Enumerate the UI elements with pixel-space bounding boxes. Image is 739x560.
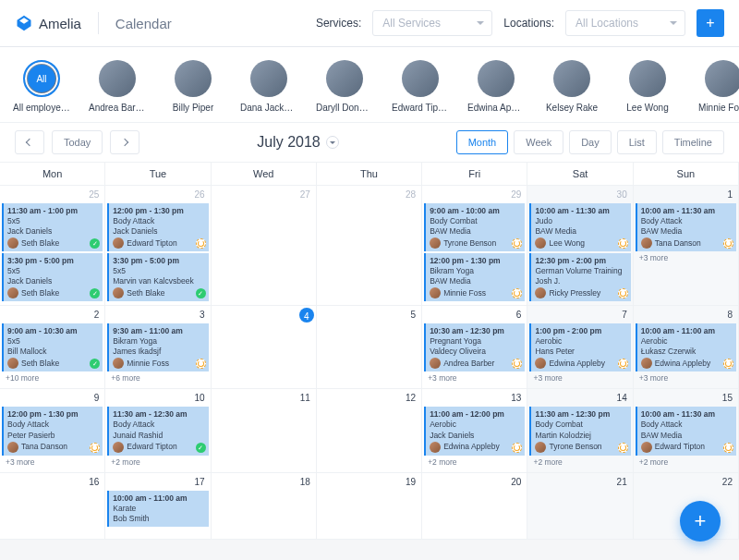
calendar-event[interactable]: 12:30 pm - 2:00 pmGerman Volume Training… — [529, 253, 630, 301]
calendar-cell[interactable]: 11 — [212, 389, 317, 472]
fab-add-button[interactable]: + — [680, 501, 721, 540]
employee-name: Minnie Foss — [698, 103, 739, 113]
calendar-event[interactable]: 10:00 am - 11:00 amKarateBob Smith — [107, 491, 208, 527]
view-day[interactable]: Day — [569, 130, 612, 154]
day-number: 5 — [319, 308, 419, 322]
calendar-cell[interactable]: 21 — [527, 473, 633, 540]
more-events-link[interactable]: +3 more — [636, 371, 736, 384]
calendar-cell[interactable]: 2612:00 pm - 1:30 pmBody AttackJack Dani… — [105, 186, 211, 306]
calendar-cell[interactable]: 16 — [0, 473, 105, 540]
more-events-link[interactable]: +2 more — [636, 456, 736, 469]
employee-filter-6[interactable]: Edwina Appl... — [469, 60, 523, 113]
add-button[interactable]: + — [697, 9, 724, 37]
calendar-cell[interactable]: 19 — [317, 473, 422, 540]
calendar-event[interactable]: 1:00 pm - 2:00 pmAerobicHans PeterEdwina… — [529, 323, 630, 371]
calendar-cell[interactable]: 912:00 pm - 1:30 pmBody AttackPeter Pasi… — [0, 389, 105, 472]
calendar-cell[interactable]: 20 — [422, 473, 527, 540]
day-number: 9 — [2, 391, 103, 405]
brand-name: Amelia — [39, 16, 81, 31]
calendar-cell[interactable]: 18 — [212, 473, 317, 540]
calendar-event[interactable]: 11:30 am - 12:30 pmBody CombatMartin Kol… — [529, 407, 630, 455]
more-events-link[interactable]: +3 more — [529, 371, 630, 384]
services-select[interactable]: All Services — [372, 10, 492, 36]
calendar-cell[interactable]: 1510:00 am - 11:30 amBody AttackBAW Medi… — [634, 389, 739, 472]
attendee-avatar — [7, 442, 18, 453]
calendar-cell[interactable]: 71:00 pm - 2:00 pmAerobicHans PeterEdwin… — [527, 306, 633, 389]
next-button[interactable] — [110, 130, 139, 154]
employee-filter-1[interactable]: Andrea Barber — [91, 60, 144, 113]
more-events-link[interactable]: +2 more — [424, 456, 525, 469]
calendar-cell[interactable]: 3010:00 am - 11:30 amJudoBAW MediaLee Wo… — [527, 186, 633, 306]
day-number: 12 — [319, 391, 419, 405]
attendee-avatar — [535, 237, 546, 249]
calendar-event[interactable]: 9:00 am - 10:00 amBody CombatBAW MediaTy… — [424, 203, 525, 251]
employee-filter-8[interactable]: Lee Wong — [621, 60, 674, 113]
calendar-cell[interactable]: 2511:30 am - 1:00 pm5x5Jack DanielsSeth … — [0, 186, 105, 306]
more-events-link[interactable]: +6 more — [107, 371, 208, 384]
prev-button[interactable] — [15, 130, 44, 154]
more-events-link[interactable]: +2 more — [107, 456, 208, 469]
calendar-event[interactable]: 3:30 pm - 5:00 pm5x5Marvin van Kalcvsbee… — [107, 253, 208, 301]
calendar-cell[interactable]: 610:30 am - 12:30 pmPregnant YogaValdecy… — [422, 306, 527, 389]
calendar-event[interactable]: 10:00 am - 11:30 amJudoBAW MediaLee Wong — [529, 203, 630, 251]
view-list[interactable]: List — [617, 130, 657, 154]
calendar-cell[interactable]: 1311:00 am - 12:00 pmAerobicJack Daniels… — [422, 389, 527, 472]
calendar-event[interactable]: 11:30 am - 12:30 amBody AttackJunaid Ras… — [107, 407, 208, 455]
calendar-event[interactable]: 11:30 am - 1:00 pm5x5Jack DanielsSeth Bl… — [2, 203, 103, 251]
employee-name: Daryll Donov... — [316, 103, 373, 113]
calendar-event[interactable]: 12:00 pm - 1:30 pmBikram YogaBAW MediaMi… — [424, 253, 525, 301]
status-badge-pending — [723, 443, 733, 453]
calendar-cell[interactable]: 110:00 am - 11:30 amBody AttackBAW Media… — [634, 186, 739, 306]
month-label[interactable]: July 2018 — [257, 134, 339, 151]
calendar-event[interactable]: 12:00 pm - 1:30 pmBody AttackPeter Pasie… — [2, 407, 103, 455]
calendar-cell[interactable]: 5 — [317, 306, 422, 389]
calendar-event[interactable]: 11:00 am - 12:00 pmAerobicJack DanielsEd… — [424, 407, 525, 455]
today-button[interactable]: Today — [52, 130, 103, 154]
calendar-event[interactable]: 3:30 pm - 5:00 pm5x5Jack DanielsSeth Bla… — [2, 253, 103, 301]
employee-filter-9[interactable]: Minnie Foss — [697, 60, 739, 113]
view-month[interactable]: Month — [456, 130, 509, 154]
services-label: Services: — [316, 17, 361, 30]
calendar-event[interactable]: 10:30 am - 12:30 pmPregnant YogaValdecy … — [424, 323, 525, 371]
locations-label: Locations: — [503, 17, 554, 30]
calendar-event[interactable]: 10:00 am - 11:30 amBody AttackBAW MediaE… — [636, 407, 736, 455]
calendar-cell[interactable]: 1411:30 am - 12:30 pmBody CombatMartin K… — [527, 389, 633, 472]
page-title: Calendar — [115, 16, 172, 31]
calendar-cell[interactable]: 39:30 am - 11:00 amBikram YogaJames Ikad… — [105, 306, 211, 389]
more-events-link[interactable]: +10 more — [2, 371, 103, 384]
calendar-cell[interactable]: 1710:00 am - 11:00 amKarateBob Smith — [105, 473, 211, 540]
calendar-event[interactable]: 10:00 am - 11:30 amBody AttackBAW MediaT… — [636, 203, 736, 251]
calendar-event[interactable]: 9:30 am - 11:00 amBikram YogaJames Ikads… — [107, 323, 208, 371]
calendar-cell[interactable]: 28 — [317, 186, 422, 306]
calendar-event[interactable]: 9:00 am - 10:30 am5x5Bill MallockSeth Bl… — [2, 323, 103, 371]
locations-select[interactable]: All Locations — [565, 10, 685, 36]
employee-name: Lee Wong — [626, 103, 668, 113]
employee-filter-5[interactable]: Edward Tipton — [394, 60, 447, 113]
calendar-cell[interactable]: 12 — [317, 389, 422, 472]
day-number: 13 — [424, 391, 525, 405]
more-events-link[interactable]: +3 more — [2, 456, 103, 469]
employee-filter-4[interactable]: Daryll Donov... — [318, 60, 371, 113]
employee-filter-7[interactable]: Kelsey Rake — [545, 60, 599, 113]
employee-filter-strip: AllAll employeesAndrea BarberBilly Piper… — [0, 47, 739, 122]
employee-name: Kelsey Rake — [546, 103, 598, 113]
employee-filter-2[interactable]: Billy Piper — [166, 60, 220, 113]
more-events-link[interactable]: +3 more — [424, 371, 525, 384]
attendee-avatar — [7, 358, 18, 369]
calendar-cell[interactable]: 299:00 am - 10:00 amBody CombatBAW Media… — [422, 186, 527, 306]
calendar-cell[interactable]: 810:00 am - 11:00 amAerobicŁukasz Czerwi… — [634, 306, 739, 389]
employee-filter-3[interactable]: Dana Jackson — [242, 60, 296, 113]
calendar-event[interactable]: 10:00 am - 11:00 amAerobicŁukasz Czerwik… — [636, 323, 736, 371]
amelia-icon — [15, 14, 33, 32]
calendar-event[interactable]: 12:00 pm - 1:30 pmBody AttackJack Daniel… — [107, 203, 208, 251]
view-week[interactable]: Week — [514, 130, 563, 154]
calendar-cell[interactable]: 29:00 am - 10:30 am5x5Bill MallockSeth B… — [0, 306, 105, 389]
calendar-cell[interactable]: 27 — [212, 186, 317, 306]
more-events-link[interactable]: +3 more — [636, 251, 736, 264]
employee-filter-0[interactable]: AllAll employees — [15, 60, 68, 113]
view-timeline[interactable]: Timeline — [662, 130, 724, 154]
calendar-cell[interactable]: 4 — [212, 306, 317, 389]
calendar-cell[interactable]: 1011:30 am - 12:30 amBody AttackJunaid R… — [105, 389, 211, 472]
more-events-link[interactable]: +2 more — [529, 456, 630, 469]
day-number: 8 — [636, 308, 736, 322]
